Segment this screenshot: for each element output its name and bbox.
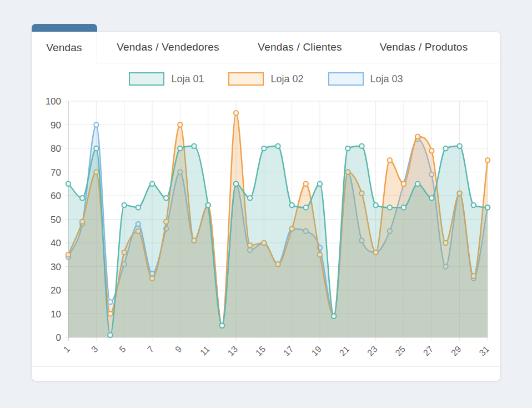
- data-point: [373, 203, 378, 207]
- data-point: [178, 146, 182, 151]
- legend-label-loja-03: Loja 03: [370, 73, 403, 85]
- svg-text:1: 1: [62, 344, 72, 354]
- svg-text:3: 3: [89, 344, 99, 354]
- svg-text:90: 90: [51, 120, 61, 131]
- data-point: [304, 205, 308, 210]
- svg-text:23: 23: [365, 344, 379, 358]
- data-point: [415, 182, 420, 186]
- data-point: [289, 203, 294, 207]
- svg-text:27: 27: [421, 344, 435, 358]
- data-point: [429, 196, 434, 200]
- svg-text:15: 15: [254, 344, 268, 358]
- data-point: [388, 158, 392, 162]
- chart-region: Loja 01 Loja 02 Loja 03 0102030405060708…: [32, 63, 500, 366]
- data-point: [332, 314, 336, 319]
- data-point: [318, 182, 322, 186]
- tab-vendas-produtos-label: Vendas / Produtos: [380, 41, 468, 53]
- svg-text:100: 100: [46, 96, 61, 107]
- data-point: [415, 135, 420, 139]
- svg-text:40: 40: [51, 238, 61, 248]
- data-point: [401, 182, 406, 186]
- chart-legend: Loja 01 Loja 02 Loja 03: [32, 72, 500, 86]
- svg-text:13: 13: [226, 344, 240, 358]
- data-point: [122, 203, 126, 207]
- svg-text:0: 0: [56, 332, 61, 343]
- svg-text:25: 25: [394, 344, 408, 358]
- svg-text:30: 30: [51, 262, 61, 272]
- svg-text:60: 60: [51, 191, 61, 201]
- legend-swatch-loja-03: [328, 72, 364, 86]
- tab-vendas-produtos[interactable]: Vendas / Produtos: [361, 32, 486, 63]
- legend-item-loja-02[interactable]: Loja 02: [228, 72, 303, 86]
- y-axis-labels: 0102030405060708090100: [46, 96, 61, 343]
- svg-text:31: 31: [478, 344, 491, 358]
- data-point: [262, 146, 266, 151]
- legend-label-loja-02: Loja 02: [270, 73, 303, 85]
- data-point: [164, 196, 168, 200]
- data-point: [485, 205, 490, 210]
- data-point: [150, 182, 154, 186]
- data-point: [443, 146, 448, 151]
- svg-text:17: 17: [282, 344, 295, 358]
- legend-swatch-loja-01: [129, 72, 164, 86]
- data-point: [136, 205, 140, 210]
- data-point: [192, 144, 196, 148]
- tab-vendas-label: Vendas: [46, 42, 82, 54]
- data-point: [457, 144, 461, 148]
- x-axis-labels: 135791113151719212325272931: [62, 344, 491, 358]
- svg-text:19: 19: [310, 344, 324, 358]
- legend-label-loja-01: Loja 01: [171, 73, 204, 85]
- svg-text:11: 11: [198, 344, 212, 357]
- tab-vendas-vendedores-label: Vendas / Vendedores: [117, 41, 219, 53]
- tab-bar: Vendas Vendas / Vendedores Vendas / Clie…: [32, 32, 500, 63]
- data-point: [388, 205, 392, 210]
- data-point: [304, 182, 308, 186]
- data-point: [80, 196, 84, 200]
- tab-vendas[interactable]: Vendas: [32, 32, 97, 63]
- tab-vendas-vendedores[interactable]: Vendas / Vendedores: [97, 32, 239, 63]
- data-point: [248, 196, 252, 200]
- data-point: [66, 182, 71, 186]
- svg-text:9: 9: [173, 344, 183, 354]
- data-point: [108, 333, 112, 337]
- svg-text:5: 5: [117, 344, 127, 354]
- svg-text:50: 50: [51, 215, 61, 225]
- data-point: [345, 146, 350, 151]
- sales-card: Vendas Vendas / Vendedores Vendas / Clie…: [32, 32, 500, 381]
- data-point: [108, 300, 112, 304]
- svg-text:29: 29: [449, 344, 463, 358]
- data-point: [485, 158, 490, 162]
- data-point: [205, 203, 210, 207]
- active-tab-indicator: [32, 24, 97, 32]
- data-point: [94, 122, 98, 127]
- sales-chart-svg: 0102030405060708090100135791113151719212…: [32, 63, 500, 366]
- data-point: [359, 144, 364, 148]
- data-point: [234, 111, 238, 115]
- data-point: [471, 203, 476, 207]
- data-point: [178, 122, 182, 127]
- data-point: [429, 148, 434, 153]
- svg-text:80: 80: [51, 143, 61, 154]
- tab-bar-spacer: [486, 32, 500, 63]
- svg-text:70: 70: [51, 167, 61, 178]
- legend-swatch-loja-02: [228, 72, 264, 86]
- data-point: [234, 182, 238, 186]
- legend-item-loja-03[interactable]: Loja 03: [328, 72, 403, 86]
- data-point: [220, 324, 224, 328]
- legend-item-loja-01[interactable]: Loja 01: [129, 72, 204, 86]
- data-point: [94, 146, 98, 151]
- card-footer: [32, 366, 500, 381]
- data-point: [401, 205, 406, 210]
- data-point: [108, 311, 112, 316]
- tab-vendas-clientes-label: Vendas / Clientes: [258, 41, 342, 53]
- data-point: [275, 144, 280, 148]
- svg-text:20: 20: [51, 285, 61, 296]
- svg-text:7: 7: [145, 344, 155, 354]
- tab-vendas-clientes[interactable]: Vendas / Clientes: [239, 32, 361, 63]
- svg-text:21: 21: [338, 344, 352, 358]
- svg-text:10: 10: [51, 309, 61, 320]
